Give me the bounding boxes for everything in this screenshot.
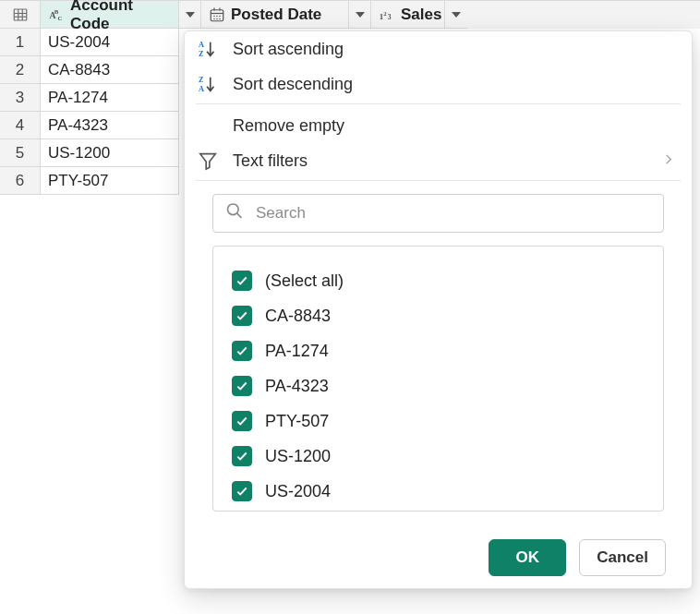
cell-account[interactable]: PA-1274 <box>41 84 179 112</box>
cell-account[interactable]: US-2004 <box>41 29 179 56</box>
text-type-icon: A B C <box>48 6 65 23</box>
column-header-label: Sales <box>401 6 441 24</box>
checkbox-checked[interactable] <box>232 481 252 501</box>
filter-value-item[interactable]: PA-4323 <box>232 368 645 403</box>
checkbox-checked[interactable] <box>232 411 252 431</box>
filter-value-label: US-2004 <box>265 482 331 501</box>
menu-sort-ascending[interactable]: A Z Sort ascending <box>185 31 692 66</box>
button-label: Cancel <box>597 548 648 567</box>
filter-value-item[interactable]: PA-1274 <box>232 333 645 368</box>
row-index: 4 <box>0 112 41 139</box>
checkbox-checked[interactable] <box>232 341 252 361</box>
header-row: A B C Account Code Posted Dat <box>0 1 700 29</box>
filter-value-label: CA-8843 <box>265 307 331 326</box>
sort-desc-icon: Z A <box>198 74 218 94</box>
svg-point-13 <box>216 15 218 17</box>
check-icon <box>235 274 248 287</box>
svg-point-12 <box>213 15 215 17</box>
filter-value-item[interactable]: US-2004 <box>232 474 645 509</box>
filter-value-label: PA-1274 <box>265 342 329 361</box>
caret-down-icon <box>356 12 365 18</box>
row-index: 3 <box>0 84 41 112</box>
row-index: 6 <box>0 167 41 195</box>
checkbox-checked[interactable] <box>232 271 252 291</box>
funnel-icon <box>198 150 218 171</box>
menu-item-label: Text filters <box>233 151 308 171</box>
column-filter-sales[interactable] <box>445 1 467 29</box>
svg-point-28 <box>228 204 239 215</box>
caret-down-icon <box>186 12 195 18</box>
cancel-button[interactable]: Cancel <box>579 539 666 576</box>
filter-value-label: US-1200 <box>265 447 331 466</box>
svg-text:A: A <box>199 85 204 93</box>
svg-text:Z: Z <box>199 50 204 58</box>
svg-point-14 <box>219 15 221 17</box>
chevron-right-icon <box>662 151 675 171</box>
check-icon <box>235 344 248 357</box>
check-icon <box>235 485 248 498</box>
ok-button[interactable]: OK <box>489 539 566 576</box>
cell-text: PA-4323 <box>48 116 108 135</box>
svg-point-16 <box>216 18 218 19</box>
checkbox-checked[interactable] <box>232 376 252 396</box>
cell-text: PTY-507 <box>48 172 109 190</box>
cell-text: CA-8843 <box>48 61 110 79</box>
filter-value-label: PTY-507 <box>265 412 329 431</box>
check-icon <box>235 450 248 463</box>
filter-values-list: (Select all)CA-8843PA-1274PA-4323PTY-507… <box>212 246 664 512</box>
menu-item-label: Sort descending <box>233 75 353 94</box>
checkbox-checked[interactable] <box>232 446 252 466</box>
filter-value-item[interactable]: PTY-507 <box>232 403 645 439</box>
menu-separator <box>196 180 681 181</box>
cell-account[interactable]: CA-8843 <box>41 56 179 84</box>
menu-item-label: Sort ascending <box>233 40 344 59</box>
column-header-account[interactable]: A B C Account Code <box>41 1 179 29</box>
cell-account[interactable]: PTY-507 <box>41 167 179 195</box>
menu-item-label: Remove empty <box>233 116 344 136</box>
check-icon <box>235 379 248 392</box>
column-header-label: Posted Date <box>231 6 344 24</box>
row-index: 1 <box>0 29 41 56</box>
svg-text:A: A <box>199 41 204 49</box>
menu-text-filters[interactable]: Text filters <box>185 143 692 178</box>
column-header-posted[interactable]: Posted Date <box>201 1 349 29</box>
column-filter-posted[interactable] <box>349 1 371 29</box>
filter-dropdown-panel: A Z Sort ascending Z A Sort descending <box>184 30 693 589</box>
table-icon <box>12 6 29 23</box>
check-icon <box>235 309 248 322</box>
svg-text:3: 3 <box>388 13 392 21</box>
column-filter-account[interactable] <box>179 1 201 29</box>
cell-text: PA-1274 <box>48 89 108 107</box>
cell-account[interactable]: US-1200 <box>41 139 179 167</box>
calendar-icon <box>209 6 225 23</box>
number-type-icon: 1 2 3 <box>379 6 395 23</box>
svg-text:C: C <box>58 15 63 21</box>
header-corner[interactable] <box>0 1 41 29</box>
cell-text: US-2004 <box>48 33 110 52</box>
column-header-sales[interactable]: 1 2 3 Sales <box>371 1 445 29</box>
cell-text: US-1200 <box>48 144 110 163</box>
svg-text:B: B <box>54 8 59 15</box>
button-label: OK <box>516 548 540 567</box>
checkbox-checked[interactable] <box>232 306 252 326</box>
filter-search-input[interactable] <box>212 194 664 233</box>
filter-value-label: (Select all) <box>265 271 344 291</box>
filter-value-label: PA-4323 <box>265 377 329 396</box>
svg-point-17 <box>219 18 221 19</box>
cell-account[interactable]: PA-4323 <box>41 112 179 139</box>
filter-value-item[interactable]: US-1200 <box>232 439 645 474</box>
menu-sort-descending[interactable]: Z A Sort descending <box>185 66 692 102</box>
menu-remove-empty[interactable]: Remove empty <box>185 108 692 143</box>
row-index: 5 <box>0 139 41 167</box>
svg-line-29 <box>237 213 242 218</box>
sort-asc-icon: A Z <box>198 39 218 59</box>
svg-marker-27 <box>200 154 216 170</box>
filter-value-item[interactable]: (Select all) <box>232 263 645 298</box>
check-icon <box>235 415 248 427</box>
svg-text:2: 2 <box>383 9 387 16</box>
svg-point-15 <box>213 18 215 19</box>
row-index: 2 <box>0 56 41 84</box>
search-icon <box>225 202 244 225</box>
svg-text:Z: Z <box>199 76 204 84</box>
filter-value-item[interactable]: CA-8843 <box>232 298 645 333</box>
